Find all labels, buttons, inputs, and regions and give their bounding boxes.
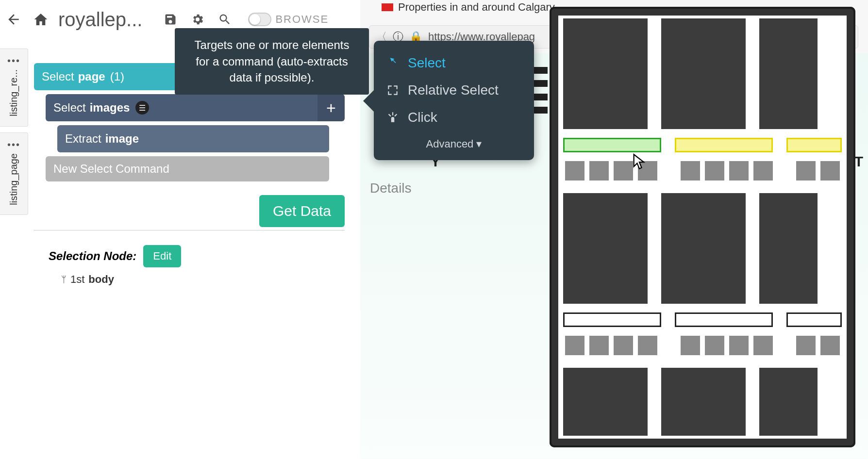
popover-select[interactable]: Select	[374, 49, 534, 77]
project-title: royallep...	[58, 9, 142, 31]
browse-toggle[interactable]	[248, 13, 271, 26]
new-select-command[interactable]: New Select Command	[46, 156, 329, 181]
thumb	[563, 18, 648, 129]
candidate-bar[interactable]	[675, 138, 773, 152]
thumb	[759, 18, 818, 129]
add-command-icon[interactable]: +	[317, 94, 345, 121]
popover-relative-select[interactable]: Relative Select	[374, 77, 534, 104]
bar	[563, 312, 661, 327]
thumb	[563, 193, 648, 304]
back-arrow-icon[interactable]	[2, 8, 25, 31]
thumb-sq	[638, 336, 657, 355]
thumb	[661, 193, 746, 304]
popover-advanced[interactable]: Advanced ▾	[374, 131, 534, 153]
thumb-sq	[820, 161, 840, 180]
details-tab[interactable]: Details	[370, 180, 412, 196]
side-tab-1[interactable]: ••• listing_re...	[0, 49, 28, 127]
thumb	[563, 368, 648, 436]
selected-bar[interactable]	[563, 138, 661, 152]
browser-tab[interactable]: Properties in and around Calgary,	[376, 0, 563, 16]
cmd-verb: Extract	[65, 132, 101, 146]
thumb-sq	[796, 336, 816, 355]
node-name: body	[88, 273, 114, 286]
thumb-sq	[614, 161, 633, 180]
edit-button[interactable]: Edit	[143, 245, 181, 267]
popover-click[interactable]: Click	[374, 104, 534, 131]
thumb-sq	[681, 161, 700, 180]
thumb-sq	[589, 161, 609, 180]
save-icon[interactable]	[159, 8, 182, 31]
node-ordinal: 1st	[70, 273, 84, 286]
thumb-sq	[681, 336, 700, 355]
cmd-new-label: New Select Command	[53, 162, 169, 176]
thumb-sq	[565, 161, 584, 180]
thumb	[759, 368, 818, 436]
popover-relative-label: Relative Select	[408, 82, 499, 98]
thumb-sq	[705, 161, 724, 180]
selection-node-label: Selection Node:	[49, 249, 136, 263]
thumb-sq	[614, 336, 633, 355]
command-select-images[interactable]: Select images ☰ +	[46, 94, 345, 121]
side-tab-2[interactable]: ••• listing_page	[0, 132, 28, 215]
thumb-sq	[753, 161, 773, 180]
candidate-bar[interactable]	[786, 138, 842, 152]
popover-click-label: Click	[408, 110, 437, 125]
cmd-target: images	[90, 101, 130, 115]
browser-tab-title: Properties in and around Calgary,	[398, 1, 557, 14]
thumb-sq	[796, 161, 816, 180]
cmd-count: (1)	[110, 70, 124, 83]
thumb-sq	[729, 161, 749, 180]
cmd-target: image	[105, 132, 139, 146]
selection-grid-overlay	[550, 7, 855, 447]
popover-advanced-label: Advanced	[426, 138, 474, 150]
thumb-sq	[753, 336, 773, 355]
command-extract-image[interactable]: Extract image	[57, 125, 329, 152]
cmd-verb: Select	[42, 70, 74, 83]
browse-label: BROWSE	[275, 13, 329, 26]
thumb-sq	[565, 336, 584, 355]
command-panel: Select page (1) + Select images ☰ + Extr…	[34, 63, 345, 286]
bar	[675, 312, 773, 327]
list-icon: ☰	[135, 101, 149, 115]
thumb-sq	[589, 336, 609, 355]
cmd-target: page	[78, 70, 105, 83]
thumb-sq	[729, 336, 749, 355]
bar	[786, 312, 842, 327]
select-tooltip: Targets one or more elements for a comma…	[175, 28, 369, 95]
get-data-button[interactable]: Get Data	[259, 195, 345, 227]
divider	[34, 230, 345, 230]
side-tab-2-label: listing_page	[8, 153, 19, 205]
more-icon: •••	[7, 59, 20, 63]
selection-node-path: ᛘ 1st body	[61, 273, 345, 286]
popover-select-label: Select	[408, 55, 446, 71]
more-icon: •••	[7, 143, 20, 147]
branch-icon: ᛘ	[61, 275, 67, 285]
side-tabs: ••• listing_re... ••• listing_page	[0, 49, 28, 221]
cursor-icon	[633, 153, 646, 172]
cmd-verb: Select	[53, 101, 86, 115]
thumb	[661, 18, 746, 129]
thumb-sq	[820, 336, 840, 355]
thumb	[759, 193, 818, 304]
flag-icon	[382, 3, 393, 11]
side-tab-1-label: listing_re...	[8, 69, 19, 116]
thumb-sq	[705, 336, 724, 355]
search-icon[interactable]	[213, 8, 236, 31]
action-popover: Select Relative Select Click Advanced ▾	[374, 41, 534, 160]
home-icon[interactable]	[29, 8, 52, 31]
thumb	[661, 368, 746, 436]
gear-icon[interactable]	[186, 8, 209, 31]
